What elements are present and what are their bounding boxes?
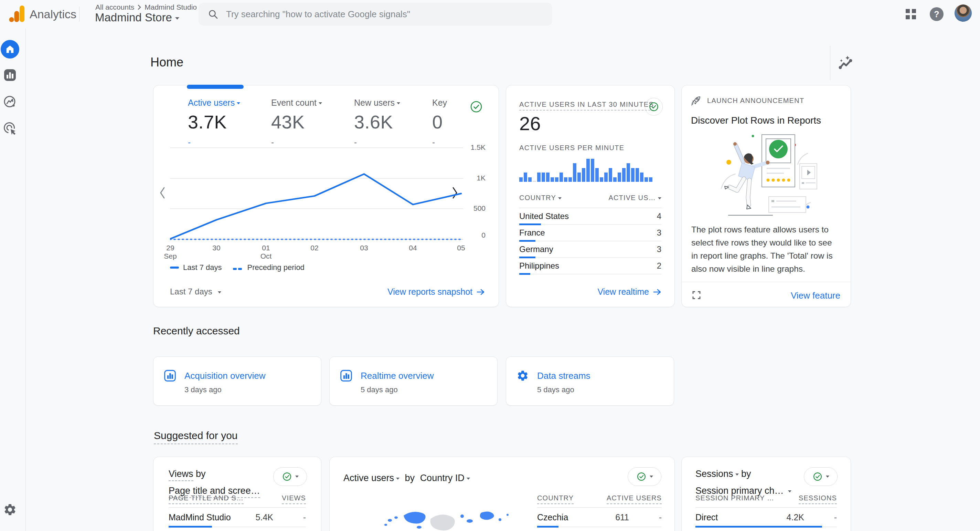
dashed-line-swatch xyxy=(233,263,243,272)
recent-item-label[interactable]: Realtime overview xyxy=(361,370,434,381)
x-axis-label: 01Oct xyxy=(254,244,278,260)
breadcrumb-accounts[interactable]: All accounts xyxy=(95,3,134,11)
minute-bar xyxy=(595,168,599,182)
chevron-down-icon xyxy=(175,17,179,20)
report-chart-icon xyxy=(340,370,352,383)
sidebar-item-settings[interactable] xyxy=(3,502,17,517)
country-name: Philippines xyxy=(519,261,559,271)
help-button[interactable]: ? xyxy=(930,7,943,21)
metric-selector[interactable]: Active users xyxy=(188,98,240,108)
country-value: 3 xyxy=(657,228,661,238)
recent-item-acquisition-overview[interactable]: Acquisition overview 3 days ago xyxy=(153,356,321,406)
minute-bar xyxy=(564,177,568,182)
country-column-header[interactable]: COUNTRY xyxy=(519,194,562,202)
recent-item-data-streams[interactable]: Data streams 5 days ago xyxy=(506,356,674,406)
country-name: France xyxy=(519,228,545,238)
recent-item-time: 5 days ago xyxy=(537,385,574,394)
table-row: Czechia 611 - xyxy=(537,508,662,527)
data-quality-dropdown[interactable] xyxy=(804,467,838,486)
insights-button[interactable] xyxy=(838,54,855,72)
metric-selector[interactable]: Key xyxy=(432,98,447,108)
metric-event-count: Event count 43K - xyxy=(271,98,322,147)
data-quality-button[interactable] xyxy=(469,99,484,116)
chevron-down-icon xyxy=(237,102,240,104)
value-column-header[interactable]: ACTIVE USERS xyxy=(607,494,662,504)
metric-selector[interactable]: Event count xyxy=(271,98,322,108)
dimension-column-header[interactable]: COUNTRY xyxy=(537,494,574,504)
grid-square xyxy=(906,15,910,19)
recent-item-realtime-overview[interactable]: Realtime overview 5 days ago xyxy=(329,356,498,406)
advertising-icon xyxy=(3,121,17,136)
breadcrumb-property[interactable]: Madmind Studio xyxy=(145,3,197,11)
metric-selector[interactable]: Views xyxy=(169,469,193,481)
value-column-header[interactable]: VIEWS xyxy=(282,494,306,504)
data-quality-dropdown[interactable] xyxy=(628,467,661,486)
data-quality-button[interactable] xyxy=(645,98,663,116)
minute-bar xyxy=(631,168,635,182)
x-axis-label: 04 xyxy=(401,244,425,252)
country-value: 2 xyxy=(657,261,661,271)
table-row: Germany 3 xyxy=(519,241,661,258)
data-quality-dropdown[interactable] xyxy=(273,467,307,486)
announcement-card: LAUNCH ANNOUNCEMENT Discover Plot Rows i… xyxy=(681,85,851,307)
metric-active-users: Active users 3.7K - xyxy=(188,98,240,147)
realtime-title: ACTIVE USERS IN LAST 30 MINUTES xyxy=(519,100,654,110)
value-bar xyxy=(169,526,212,528)
dimension-column-header[interactable]: SESSION PRIMARY … xyxy=(695,494,774,504)
world-map xyxy=(348,509,541,531)
view-reports-snapshot-link[interactable]: View reports snapshot xyxy=(387,287,485,297)
active-users-column-header[interactable]: ACTIVE US… xyxy=(608,194,661,202)
breadcrumb[interactable]: All accounts Madmind Studio xyxy=(95,3,197,11)
card-title: Sessions by Session primary ch… xyxy=(695,467,791,498)
y-axis-tick: 1K xyxy=(465,174,485,182)
chevron-down-icon xyxy=(295,475,299,478)
dimension-column-header[interactable]: PAGE TITLE AND S… xyxy=(169,494,243,504)
expand-button[interactable] xyxy=(692,291,701,301)
x-axis-label: 02 xyxy=(302,244,326,252)
settings-gear-icon xyxy=(3,503,17,517)
sidebar-item-home[interactable] xyxy=(1,40,19,59)
minute-bar xyxy=(649,177,652,182)
chevron-left-icon xyxy=(159,187,166,199)
metric-selector[interactable]: Active users xyxy=(344,473,394,483)
country-name: Germany xyxy=(519,244,553,254)
view-realtime-link[interactable]: View realtime xyxy=(597,287,661,297)
carousel-prev-button[interactable] xyxy=(159,187,166,201)
fullscreen-icon xyxy=(692,291,701,300)
y-axis-tick: 0 xyxy=(465,231,485,239)
sidebar-item-reports[interactable] xyxy=(3,68,17,82)
row-delta: - xyxy=(804,512,837,522)
legend-last-7-days: Last 7 days xyxy=(170,263,222,272)
recent-item-label[interactable]: Data streams xyxy=(537,370,590,381)
minute-bar xyxy=(600,177,603,182)
dimension-selector[interactable]: Country ID xyxy=(420,473,465,483)
trend-line-chart xyxy=(170,145,463,242)
sidebar-item-advertising[interactable] xyxy=(3,121,17,136)
minute-bar xyxy=(528,177,531,182)
recent-item-label[interactable]: Acquisition overview xyxy=(185,370,266,381)
row-name: MadMind Studio xyxy=(169,512,234,522)
org-switcher-button[interactable] xyxy=(906,9,916,19)
table-header: SESSION PRIMARY … SESSIONS xyxy=(695,494,837,504)
minute-bar xyxy=(524,172,527,182)
search-input[interactable] xyxy=(225,9,543,20)
view-feature-link[interactable]: View feature xyxy=(791,290,840,301)
avatar[interactable] xyxy=(955,5,972,22)
recent-item-time: 3 days ago xyxy=(185,385,221,394)
property-selector[interactable]: Madmind Store xyxy=(95,11,179,24)
metric-selector[interactable]: Sessions xyxy=(695,469,733,479)
minute-bar xyxy=(533,181,536,182)
sidebar-item-explore[interactable] xyxy=(3,95,17,109)
row-delta: - xyxy=(273,512,306,522)
chevron-down-icon xyxy=(397,102,400,104)
announcement-eyebrow: LAUNCH ANNOUNCEMENT xyxy=(690,95,805,106)
global-search[interactable] xyxy=(199,3,552,26)
minute-bar xyxy=(604,172,608,182)
recent-item-time: 5 days ago xyxy=(361,385,398,394)
value-column-header[interactable]: SESSIONS xyxy=(799,494,837,504)
grid-square xyxy=(906,9,910,13)
date-range-selector[interactable]: Last 7 days xyxy=(170,287,221,297)
announcement-illustration xyxy=(714,132,818,218)
metric-selector[interactable]: New users xyxy=(354,98,400,108)
minute-bar xyxy=(519,177,523,182)
